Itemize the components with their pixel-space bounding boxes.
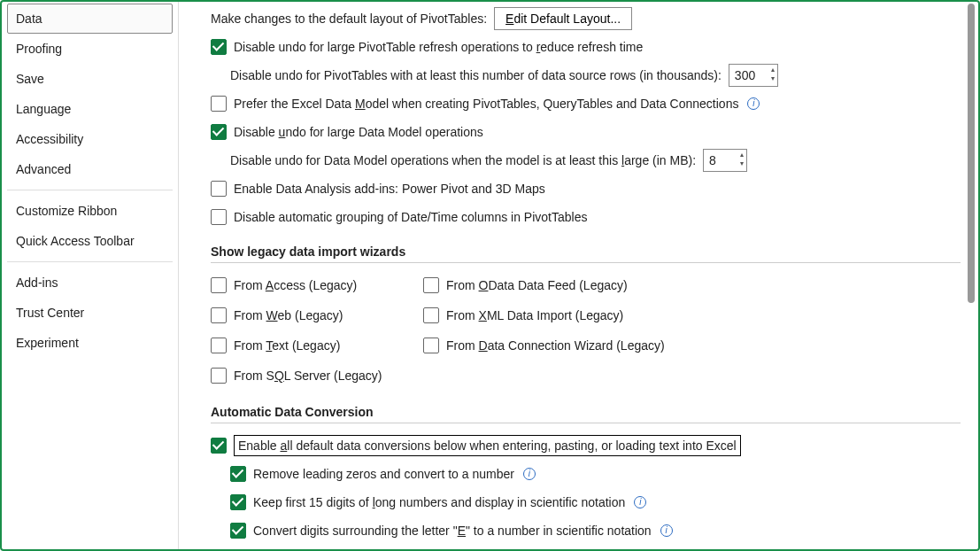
from-wizard-checkbox[interactable] <box>423 338 439 353</box>
options-content: Make changes to the default layout of Pi… <box>179 2 978 549</box>
spinner-arrows-icon[interactable]: ▴▾ <box>740 151 744 168</box>
vertical-scrollbar[interactable] <box>966 4 976 547</box>
legacy-section-title: Show legacy data import wizards <box>211 244 961 263</box>
sidebar-divider <box>7 261 173 262</box>
remove-leading-zeros-label: Remove leading zeros and convert to a nu… <box>253 466 514 482</box>
scrollbar-thumb[interactable] <box>968 4 975 303</box>
sidebar-item-language[interactable]: Language <box>7 94 173 124</box>
sidebar-item-add-ins[interactable]: Add-ins <box>7 268 173 298</box>
sidebar-item-experiment[interactable]: Experiment <box>7 328 173 358</box>
disable-undo-rows-spinner[interactable]: 300 ▴▾ <box>729 64 778 87</box>
sidebar-item-trust-center[interactable]: Trust Center <box>7 298 173 328</box>
disable-grouping-checkbox[interactable] <box>211 209 227 225</box>
from-web-checkbox[interactable] <box>211 307 227 323</box>
disable-undo-large-dm-checkbox[interactable] <box>211 124 227 140</box>
prefer-data-model-checkbox[interactable] <box>211 96 227 112</box>
pivot-intro-label: Make changes to the default layout of Pi… <box>211 11 487 27</box>
conversion-section-title: Automatic Data Conversion <box>211 405 961 423</box>
sidebar-item-proofing[interactable]: Proofing <box>7 34 173 64</box>
disable-grouping-label: Disable automatic grouping of Date/Time … <box>234 209 587 225</box>
keep-15-digits-label: Keep first 15 digits of long numbers and… <box>253 494 625 510</box>
from-access-checkbox[interactable] <box>211 277 227 293</box>
from-sql-label: From SQL Server (Legacy) <box>234 368 382 384</box>
from-sql-checkbox[interactable] <box>211 368 227 384</box>
disable-undo-rows-label: Disable undo for PivotTables with at lea… <box>230 67 721 83</box>
info-icon[interactable]: i <box>660 524 673 537</box>
sidebar-item-customize-ribbon[interactable]: Customize Ribbon <box>7 196 173 226</box>
from-text-checkbox[interactable] <box>211 338 227 353</box>
from-odata-label: From OData Data Feed (Legacy) <box>446 277 628 293</box>
info-icon[interactable]: i <box>747 97 760 110</box>
disable-undo-large-pt-label: Disable undo for large PivotTable refres… <box>234 39 643 55</box>
sidebar-item-quick-access-toolbar[interactable]: Quick Access Toolbar <box>7 226 173 256</box>
disable-undo-large-pt-checkbox[interactable] <box>211 39 227 55</box>
sidebar-item-save[interactable]: Save <box>7 64 173 94</box>
disable-undo-large-dm-label: Disable undo for large Data Model operat… <box>234 124 483 140</box>
from-access-label: From Access (Legacy) <box>234 277 357 293</box>
sidebar-item-advanced[interactable]: Advanced <box>7 154 173 184</box>
from-wizard-label: From Data Connection Wizard (Legacy) <box>446 338 665 353</box>
info-icon[interactable]: i <box>523 468 536 480</box>
prefer-data-model-label: Prefer the Excel Data Model when creatin… <box>234 96 738 112</box>
enable-addins-checkbox[interactable] <box>211 181 227 197</box>
info-icon[interactable]: i <box>634 496 646 508</box>
sidebar-item-data[interactable]: Data <box>7 4 173 34</box>
from-xml-label: From XML Data Import (Legacy) <box>446 307 623 323</box>
disable-undo-dm-size-label: Disable undo for Data Model operations w… <box>230 152 696 168</box>
disable-undo-dm-spinner[interactable]: 8 ▴▾ <box>703 149 747 172</box>
convert-e-checkbox[interactable] <box>230 523 246 539</box>
enable-all-conversions-checkbox[interactable] <box>211 438 227 454</box>
from-xml-checkbox[interactable] <box>423 307 439 323</box>
edit-default-layout-button[interactable]: Edit Default Layout... <box>494 7 632 30</box>
enable-all-conversions-label: Enable all default data conversions belo… <box>234 435 741 456</box>
spinner-arrows-icon[interactable]: ▴▾ <box>771 66 775 83</box>
options-sidebar: Data Proofing Save Language Accessibilit… <box>2 2 179 549</box>
from-text-label: From Text (Legacy) <box>234 338 340 353</box>
keep-15-digits-checkbox[interactable] <box>230 494 246 510</box>
convert-e-label: Convert digits surrounding the letter "E… <box>253 523 652 539</box>
from-web-label: From Web (Legacy) <box>234 307 343 323</box>
enable-addins-label: Enable Data Analysis add-ins: Power Pivo… <box>234 181 545 197</box>
sidebar-divider <box>7 190 173 190</box>
sidebar-item-accessibility[interactable]: Accessibility <box>7 124 173 154</box>
remove-leading-zeros-checkbox[interactable] <box>230 466 246 482</box>
from-odata-checkbox[interactable] <box>423 277 439 293</box>
